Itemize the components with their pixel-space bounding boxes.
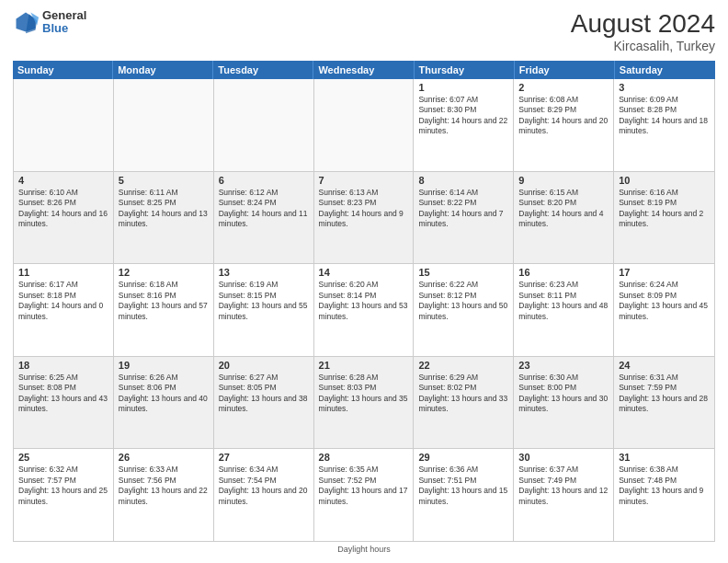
calendar-header: SundayMondayTuesdayWednesdayThursdayFrid… xyxy=(13,61,715,79)
cell-text: Sunrise: 6:08 AMSunset: 8:29 PMDaylight:… xyxy=(518,95,609,137)
day-cell-19: 19 Sunrise: 6:26 AMSunset: 8:06 PMDaylig… xyxy=(114,357,214,449)
cell-text: Sunrise: 6:26 AMSunset: 8:06 PMDaylight:… xyxy=(119,373,209,415)
day-cell-4: 4 Sunrise: 6:10 AMSunset: 8:26 PMDayligh… xyxy=(14,172,114,264)
cell-text: Sunrise: 6:17 AMSunset: 8:18 PMDaylight:… xyxy=(18,280,108,322)
day-number: 9 xyxy=(518,175,609,186)
day-cell-6: 6 Sunrise: 6:12 AMSunset: 8:24 PMDayligh… xyxy=(214,172,314,264)
cell-text: Sunrise: 6:24 AMSunset: 8:09 PMDaylight:… xyxy=(619,280,710,322)
cell-text: Sunrise: 6:37 AMSunset: 7:49 PMDaylight:… xyxy=(518,465,609,507)
day-number: 15 xyxy=(418,267,508,278)
cell-text: Sunrise: 6:13 AMSunset: 8:23 PMDaylight:… xyxy=(319,188,409,230)
cell-text: Sunrise: 6:10 AMSunset: 8:26 PMDaylight:… xyxy=(18,188,108,230)
cell-text: Sunrise: 6:34 AMSunset: 7:54 PMDaylight:… xyxy=(219,465,309,507)
cell-text: Sunrise: 6:18 AMSunset: 8:16 PMDaylight:… xyxy=(119,280,209,322)
day-cell-5: 5 Sunrise: 6:11 AMSunset: 8:25 PMDayligh… xyxy=(114,172,214,264)
empty-cell xyxy=(214,79,314,171)
day-cell-2: 2 Sunrise: 6:08 AMSunset: 8:29 PMDayligh… xyxy=(514,79,614,171)
day-number: 28 xyxy=(319,452,409,463)
day-cell-29: 29 Sunrise: 6:36 AMSunset: 7:51 PMDaylig… xyxy=(414,449,514,541)
day-header-thursday: Thursday xyxy=(415,61,515,79)
empty-cell xyxy=(14,79,114,171)
cell-text: Sunrise: 6:29 AMSunset: 8:02 PMDaylight:… xyxy=(418,373,508,415)
cell-text: Sunrise: 6:15 AMSunset: 8:20 PMDaylight:… xyxy=(518,188,609,230)
day-number: 31 xyxy=(619,452,710,463)
cell-text: Sunrise: 6:25 AMSunset: 8:08 PMDaylight:… xyxy=(18,373,108,415)
cell-text: Sunrise: 6:16 AMSunset: 8:19 PMDaylight:… xyxy=(619,188,710,230)
cell-text: Sunrise: 6:11 AMSunset: 8:25 PMDaylight:… xyxy=(119,188,209,230)
day-cell-18: 18 Sunrise: 6:25 AMSunset: 8:08 PMDaylig… xyxy=(14,357,114,449)
day-number: 30 xyxy=(518,452,609,463)
day-cell-16: 16 Sunrise: 6:23 AMSunset: 8:11 PMDaylig… xyxy=(514,264,614,356)
title-block: August 2024 Kircasalih, Turkey xyxy=(571,9,715,53)
cell-text: Sunrise: 6:07 AMSunset: 8:30 PMDaylight:… xyxy=(418,95,508,137)
day-number: 13 xyxy=(219,267,309,278)
logo-text: General Blue xyxy=(42,9,86,36)
day-cell-25: 25 Sunrise: 6:32 AMSunset: 7:57 PMDaylig… xyxy=(14,449,114,541)
page: General Blue August 2024 Kircasalih, Tur… xyxy=(0,0,728,563)
day-header-saturday: Saturday xyxy=(615,61,715,79)
logo-icon xyxy=(13,9,39,35)
cell-text: Sunrise: 6:20 AMSunset: 8:14 PMDaylight:… xyxy=(319,280,409,322)
day-cell-15: 15 Sunrise: 6:22 AMSunset: 8:12 PMDaylig… xyxy=(414,264,514,356)
calendar-row-4: 18 Sunrise: 6:25 AMSunset: 8:08 PMDaylig… xyxy=(14,357,714,450)
day-number: 26 xyxy=(119,452,209,463)
day-number: 21 xyxy=(319,360,409,371)
day-cell-9: 9 Sunrise: 6:15 AMSunset: 8:20 PMDayligh… xyxy=(514,172,614,264)
day-number: 23 xyxy=(518,360,609,371)
day-number: 22 xyxy=(418,360,508,371)
location: Kircasalih, Turkey xyxy=(571,39,715,53)
cell-text: Sunrise: 6:32 AMSunset: 7:57 PMDaylight:… xyxy=(18,465,108,507)
day-cell-21: 21 Sunrise: 6:28 AMSunset: 8:03 PMDaylig… xyxy=(314,357,415,449)
cell-text: Sunrise: 6:28 AMSunset: 8:03 PMDaylight:… xyxy=(319,373,409,415)
cell-text: Sunrise: 6:27 AMSunset: 8:05 PMDaylight:… xyxy=(219,373,309,415)
day-header-friday: Friday xyxy=(515,61,615,79)
logo-general: General xyxy=(42,9,86,22)
cell-text: Sunrise: 6:33 AMSunset: 7:56 PMDaylight:… xyxy=(119,465,209,507)
day-cell-3: 3 Sunrise: 6:09 AMSunset: 8:28 PMDayligh… xyxy=(614,79,714,171)
day-cell-11: 11 Sunrise: 6:17 AMSunset: 8:18 PMDaylig… xyxy=(14,264,114,356)
day-number: 6 xyxy=(219,175,309,186)
cell-text: Sunrise: 6:19 AMSunset: 8:15 PMDaylight:… xyxy=(219,280,309,322)
day-header-monday: Monday xyxy=(113,61,213,79)
day-cell-10: 10 Sunrise: 6:16 AMSunset: 8:19 PMDaylig… xyxy=(614,172,714,264)
calendar-row-3: 11 Sunrise: 6:17 AMSunset: 8:18 PMDaylig… xyxy=(14,264,714,357)
day-header-tuesday: Tuesday xyxy=(213,61,313,79)
day-number: 27 xyxy=(219,452,309,463)
day-cell-24: 24 Sunrise: 6:31 AMSunset: 7:59 PMDaylig… xyxy=(614,357,714,449)
header: General Blue August 2024 Kircasalih, Tur… xyxy=(13,9,715,53)
calendar-row-5: 25 Sunrise: 6:32 AMSunset: 7:57 PMDaylig… xyxy=(14,449,714,541)
day-number: 14 xyxy=(319,267,409,278)
day-number: 3 xyxy=(619,82,710,93)
cell-text: Sunrise: 6:38 AMSunset: 7:48 PMDaylight:… xyxy=(619,465,710,507)
cell-text: Sunrise: 6:35 AMSunset: 7:52 PMDaylight:… xyxy=(319,465,409,507)
day-cell-22: 22 Sunrise: 6:29 AMSunset: 8:02 PMDaylig… xyxy=(414,357,514,449)
day-cell-1: 1 Sunrise: 6:07 AMSunset: 8:30 PMDayligh… xyxy=(414,79,514,171)
calendar-row-1: 1 Sunrise: 6:07 AMSunset: 8:30 PMDayligh… xyxy=(14,79,714,172)
cell-text: Sunrise: 6:09 AMSunset: 8:28 PMDaylight:… xyxy=(619,95,710,137)
logo: General Blue xyxy=(13,9,86,36)
empty-cell xyxy=(314,79,415,171)
day-cell-13: 13 Sunrise: 6:19 AMSunset: 8:15 PMDaylig… xyxy=(214,264,314,356)
day-number: 7 xyxy=(319,175,409,186)
day-cell-17: 17 Sunrise: 6:24 AMSunset: 8:09 PMDaylig… xyxy=(614,264,714,356)
day-number: 5 xyxy=(119,175,209,186)
day-number: 8 xyxy=(418,175,508,186)
day-cell-20: 20 Sunrise: 6:27 AMSunset: 8:05 PMDaylig… xyxy=(214,357,314,449)
cell-text: Sunrise: 6:23 AMSunset: 8:11 PMDaylight:… xyxy=(518,280,609,322)
day-header-sunday: Sunday xyxy=(13,61,113,79)
calendar-body: 1 Sunrise: 6:07 AMSunset: 8:30 PMDayligh… xyxy=(13,79,715,542)
day-number: 2 xyxy=(518,82,609,93)
day-cell-23: 23 Sunrise: 6:30 AMSunset: 8:00 PMDaylig… xyxy=(514,357,614,449)
day-cell-31: 31 Sunrise: 6:38 AMSunset: 7:48 PMDaylig… xyxy=(614,449,714,541)
day-number: 16 xyxy=(518,267,609,278)
day-cell-8: 8 Sunrise: 6:14 AMSunset: 8:22 PMDayligh… xyxy=(414,172,514,264)
cell-text: Sunrise: 6:31 AMSunset: 7:59 PMDaylight:… xyxy=(619,373,710,415)
calendar: SundayMondayTuesdayWednesdayThursdayFrid… xyxy=(13,61,715,542)
month-year: August 2024 xyxy=(571,9,715,39)
day-number: 17 xyxy=(619,267,710,278)
cell-text: Sunrise: 6:30 AMSunset: 8:00 PMDaylight:… xyxy=(518,373,609,415)
day-cell-14: 14 Sunrise: 6:20 AMSunset: 8:14 PMDaylig… xyxy=(314,264,415,356)
day-number: 4 xyxy=(18,175,108,186)
cell-text: Sunrise: 6:14 AMSunset: 8:22 PMDaylight:… xyxy=(418,188,508,230)
day-number: 11 xyxy=(18,267,108,278)
